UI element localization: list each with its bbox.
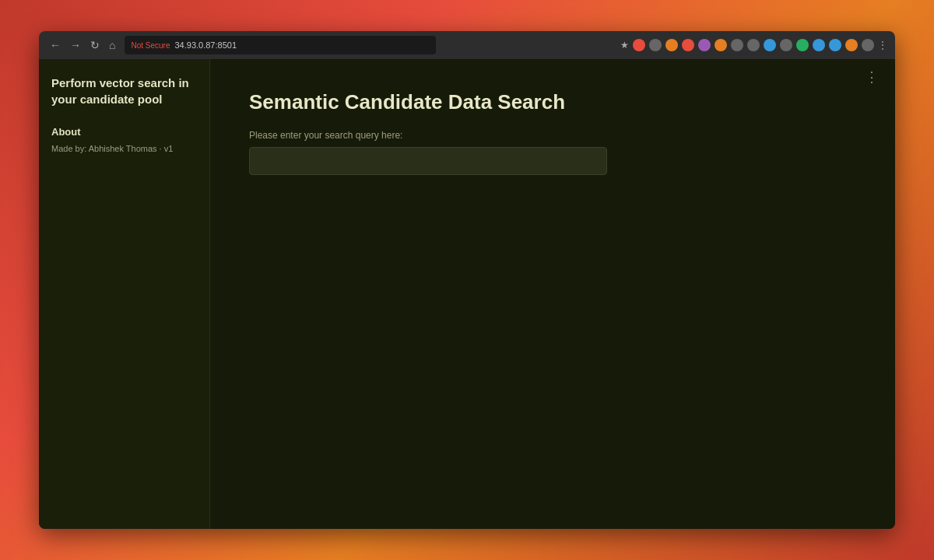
extension-icon-10[interactable] [780, 39, 792, 51]
extension-icon-3[interactable] [665, 39, 678, 51]
browser-body: Perform vector search in your candidate … [39, 59, 895, 529]
extension-icon-12[interactable] [813, 39, 825, 51]
browser-window: ← → ↻ ⌂ Not Secure 34.93.0.87:8501 ★ [39, 31, 895, 529]
extension-icon-4[interactable] [682, 39, 694, 51]
back-button[interactable]: ← [47, 37, 64, 53]
sidebar-made-by: Made by: Abhishek Thomas · v1 [51, 144, 197, 153]
menu-icon[interactable]: ⋮ [878, 40, 887, 51]
nav-buttons: ← → ↻ ⌂ [47, 37, 118, 53]
main-content: ⋮ Semantic Candidate Data Search Please … [210, 59, 895, 529]
extension-icon-15[interactable] [862, 39, 874, 51]
sidebar: Perform vector search in your candidate … [39, 59, 210, 529]
three-dots-menu[interactable]: ⋮ [865, 68, 880, 86]
address-bar[interactable]: Not Secure 34.93.0.87:8501 [125, 36, 436, 54]
search-input[interactable] [249, 147, 607, 175]
browser-toolbar-right: ★ ⋮ [620, 39, 887, 51]
sidebar-about-label: About [51, 126, 197, 138]
not-secure-label: Not Secure [131, 41, 170, 50]
extension-icon-7[interactable] [731, 39, 743, 51]
reload-button[interactable]: ↻ [87, 37, 103, 53]
home-button[interactable]: ⌂ [106, 37, 118, 53]
extension-icon-14[interactable] [845, 39, 858, 51]
url-text: 34.93.0.87:8501 [175, 40, 237, 50]
extension-icon-11[interactable] [796, 39, 809, 51]
bookmark-icon[interactable]: ★ [620, 40, 629, 51]
browser-chrome: ← → ↻ ⌂ Not Secure 34.93.0.87:8501 ★ [39, 31, 895, 59]
extension-icon-9[interactable] [764, 39, 776, 51]
search-label: Please enter your search query here: [249, 130, 856, 141]
sidebar-title: Perform vector search in your candidate … [51, 75, 197, 107]
extension-icon-6[interactable] [715, 39, 727, 51]
extension-icon-5[interactable] [698, 39, 711, 51]
extension-icon-13[interactable] [829, 39, 841, 51]
extension-icon-8[interactable] [747, 39, 760, 51]
page-title: Semantic Candidate Data Search [249, 90, 856, 114]
extension-icon-2[interactable] [649, 39, 662, 51]
extension-icon-1[interactable] [633, 39, 645, 51]
forward-button[interactable]: → [67, 37, 84, 53]
